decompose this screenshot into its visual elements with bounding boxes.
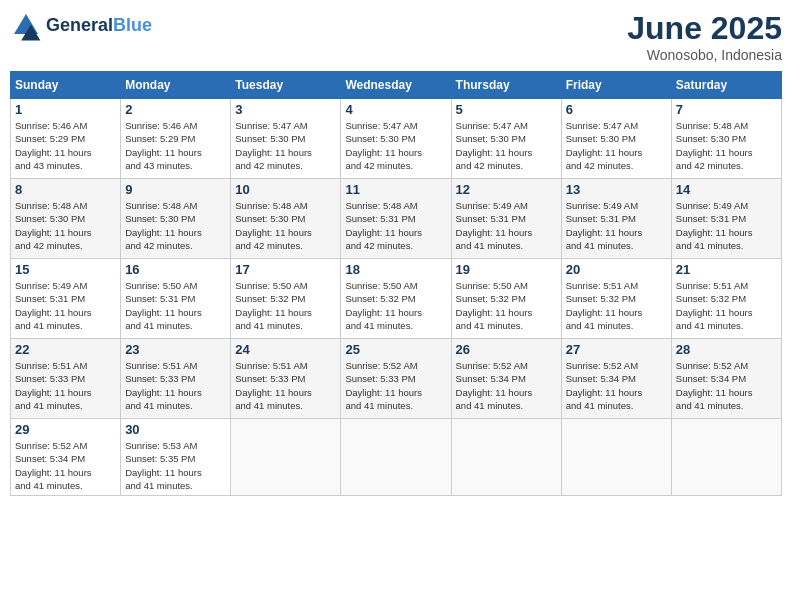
day-number: 7 xyxy=(676,102,777,117)
calendar-header-row: SundayMondayTuesdayWednesdayThursdayFrid… xyxy=(11,72,782,99)
day-info: Sunrise: 5:46 AM Sunset: 5:29 PM Dayligh… xyxy=(15,119,116,172)
day-number: 16 xyxy=(125,262,226,277)
day-number: 6 xyxy=(566,102,667,117)
calendar-cell: 19Sunrise: 5:50 AM Sunset: 5:32 PM Dayli… xyxy=(451,259,561,339)
calendar-cell: 10Sunrise: 5:48 AM Sunset: 5:30 PM Dayli… xyxy=(231,179,341,259)
day-info: Sunrise: 5:52 AM Sunset: 5:33 PM Dayligh… xyxy=(345,359,446,412)
calendar-cell: 26Sunrise: 5:52 AM Sunset: 5:34 PM Dayli… xyxy=(451,339,561,419)
calendar-row-3: 15Sunrise: 5:49 AM Sunset: 5:31 PM Dayli… xyxy=(11,259,782,339)
header-saturday: Saturday xyxy=(671,72,781,99)
calendar-cell: 11Sunrise: 5:48 AM Sunset: 5:31 PM Dayli… xyxy=(341,179,451,259)
calendar-cell: 29Sunrise: 5:52 AM Sunset: 5:34 PM Dayli… xyxy=(11,419,121,496)
calendar-cell: 22Sunrise: 5:51 AM Sunset: 5:33 PM Dayli… xyxy=(11,339,121,419)
day-number: 23 xyxy=(125,342,226,357)
page-header: GeneralBlue June 2025 Wonosobo, Indonesi… xyxy=(10,10,782,63)
calendar-cell: 17Sunrise: 5:50 AM Sunset: 5:32 PM Dayli… xyxy=(231,259,341,339)
calendar-row-4: 22Sunrise: 5:51 AM Sunset: 5:33 PM Dayli… xyxy=(11,339,782,419)
day-info: Sunrise: 5:51 AM Sunset: 5:33 PM Dayligh… xyxy=(15,359,116,412)
day-info: Sunrise: 5:49 AM Sunset: 5:31 PM Dayligh… xyxy=(15,279,116,332)
calendar-cell: 30Sunrise: 5:53 AM Sunset: 5:35 PM Dayli… xyxy=(121,419,231,496)
calendar-cell xyxy=(671,419,781,496)
calendar-cell: 1Sunrise: 5:46 AM Sunset: 5:29 PM Daylig… xyxy=(11,99,121,179)
day-info: Sunrise: 5:51 AM Sunset: 5:33 PM Dayligh… xyxy=(235,359,336,412)
day-number: 12 xyxy=(456,182,557,197)
calendar-row-5: 29Sunrise: 5:52 AM Sunset: 5:34 PM Dayli… xyxy=(11,419,782,496)
header-monday: Monday xyxy=(121,72,231,99)
day-number: 26 xyxy=(456,342,557,357)
day-number: 13 xyxy=(566,182,667,197)
day-info: Sunrise: 5:47 AM Sunset: 5:30 PM Dayligh… xyxy=(345,119,446,172)
calendar-cell: 15Sunrise: 5:49 AM Sunset: 5:31 PM Dayli… xyxy=(11,259,121,339)
day-number: 20 xyxy=(566,262,667,277)
day-info: Sunrise: 5:53 AM Sunset: 5:35 PM Dayligh… xyxy=(125,439,226,492)
day-info: Sunrise: 5:48 AM Sunset: 5:30 PM Dayligh… xyxy=(676,119,777,172)
day-number: 10 xyxy=(235,182,336,197)
day-info: Sunrise: 5:47 AM Sunset: 5:30 PM Dayligh… xyxy=(235,119,336,172)
calendar-cell: 20Sunrise: 5:51 AM Sunset: 5:32 PM Dayli… xyxy=(561,259,671,339)
calendar-cell: 2Sunrise: 5:46 AM Sunset: 5:29 PM Daylig… xyxy=(121,99,231,179)
calendar-cell: 3Sunrise: 5:47 AM Sunset: 5:30 PM Daylig… xyxy=(231,99,341,179)
day-info: Sunrise: 5:49 AM Sunset: 5:31 PM Dayligh… xyxy=(676,199,777,252)
day-info: Sunrise: 5:52 AM Sunset: 5:34 PM Dayligh… xyxy=(15,439,116,492)
calendar-cell: 14Sunrise: 5:49 AM Sunset: 5:31 PM Dayli… xyxy=(671,179,781,259)
day-info: Sunrise: 5:49 AM Sunset: 5:31 PM Dayligh… xyxy=(566,199,667,252)
calendar-cell xyxy=(341,419,451,496)
day-info: Sunrise: 5:51 AM Sunset: 5:32 PM Dayligh… xyxy=(676,279,777,332)
calendar-cell: 27Sunrise: 5:52 AM Sunset: 5:34 PM Dayli… xyxy=(561,339,671,419)
day-number: 5 xyxy=(456,102,557,117)
day-info: Sunrise: 5:52 AM Sunset: 5:34 PM Dayligh… xyxy=(456,359,557,412)
calendar-table: SundayMondayTuesdayWednesdayThursdayFrid… xyxy=(10,71,782,496)
calendar-cell xyxy=(231,419,341,496)
calendar-cell: 21Sunrise: 5:51 AM Sunset: 5:32 PM Dayli… xyxy=(671,259,781,339)
calendar-cell xyxy=(561,419,671,496)
day-info: Sunrise: 5:49 AM Sunset: 5:31 PM Dayligh… xyxy=(456,199,557,252)
logo-icon xyxy=(10,10,42,42)
day-number: 9 xyxy=(125,182,226,197)
day-number: 22 xyxy=(15,342,116,357)
day-info: Sunrise: 5:51 AM Sunset: 5:32 PM Dayligh… xyxy=(566,279,667,332)
calendar-body: 1Sunrise: 5:46 AM Sunset: 5:29 PM Daylig… xyxy=(11,99,782,496)
day-number: 3 xyxy=(235,102,336,117)
day-number: 11 xyxy=(345,182,446,197)
calendar-cell: 5Sunrise: 5:47 AM Sunset: 5:30 PM Daylig… xyxy=(451,99,561,179)
calendar-cell xyxy=(451,419,561,496)
header-tuesday: Tuesday xyxy=(231,72,341,99)
day-info: Sunrise: 5:50 AM Sunset: 5:32 PM Dayligh… xyxy=(456,279,557,332)
day-number: 19 xyxy=(456,262,557,277)
day-number: 24 xyxy=(235,342,336,357)
day-number: 17 xyxy=(235,262,336,277)
logo: GeneralBlue xyxy=(10,10,152,42)
calendar-title: June 2025 xyxy=(627,10,782,47)
day-number: 25 xyxy=(345,342,446,357)
day-info: Sunrise: 5:50 AM Sunset: 5:32 PM Dayligh… xyxy=(345,279,446,332)
calendar-cell: 7Sunrise: 5:48 AM Sunset: 5:30 PM Daylig… xyxy=(671,99,781,179)
calendar-subtitle: Wonosobo, Indonesia xyxy=(627,47,782,63)
day-number: 18 xyxy=(345,262,446,277)
day-info: Sunrise: 5:51 AM Sunset: 5:33 PM Dayligh… xyxy=(125,359,226,412)
title-area: June 2025 Wonosobo, Indonesia xyxy=(627,10,782,63)
calendar-cell: 8Sunrise: 5:48 AM Sunset: 5:30 PM Daylig… xyxy=(11,179,121,259)
calendar-cell: 16Sunrise: 5:50 AM Sunset: 5:31 PM Dayli… xyxy=(121,259,231,339)
day-number: 21 xyxy=(676,262,777,277)
day-number: 2 xyxy=(125,102,226,117)
calendar-row-2: 8Sunrise: 5:48 AM Sunset: 5:30 PM Daylig… xyxy=(11,179,782,259)
calendar-cell: 28Sunrise: 5:52 AM Sunset: 5:34 PM Dayli… xyxy=(671,339,781,419)
day-info: Sunrise: 5:50 AM Sunset: 5:32 PM Dayligh… xyxy=(235,279,336,332)
day-number: 28 xyxy=(676,342,777,357)
day-info: Sunrise: 5:46 AM Sunset: 5:29 PM Dayligh… xyxy=(125,119,226,172)
day-info: Sunrise: 5:48 AM Sunset: 5:30 PM Dayligh… xyxy=(125,199,226,252)
header-wednesday: Wednesday xyxy=(341,72,451,99)
calendar-cell: 6Sunrise: 5:47 AM Sunset: 5:30 PM Daylig… xyxy=(561,99,671,179)
day-number: 8 xyxy=(15,182,116,197)
calendar-row-1: 1Sunrise: 5:46 AM Sunset: 5:29 PM Daylig… xyxy=(11,99,782,179)
day-info: Sunrise: 5:52 AM Sunset: 5:34 PM Dayligh… xyxy=(676,359,777,412)
day-info: Sunrise: 5:47 AM Sunset: 5:30 PM Dayligh… xyxy=(456,119,557,172)
header-sunday: Sunday xyxy=(11,72,121,99)
day-info: Sunrise: 5:48 AM Sunset: 5:31 PM Dayligh… xyxy=(345,199,446,252)
day-number: 30 xyxy=(125,422,226,437)
header-friday: Friday xyxy=(561,72,671,99)
day-info: Sunrise: 5:52 AM Sunset: 5:34 PM Dayligh… xyxy=(566,359,667,412)
day-number: 4 xyxy=(345,102,446,117)
day-info: Sunrise: 5:48 AM Sunset: 5:30 PM Dayligh… xyxy=(15,199,116,252)
day-number: 14 xyxy=(676,182,777,197)
